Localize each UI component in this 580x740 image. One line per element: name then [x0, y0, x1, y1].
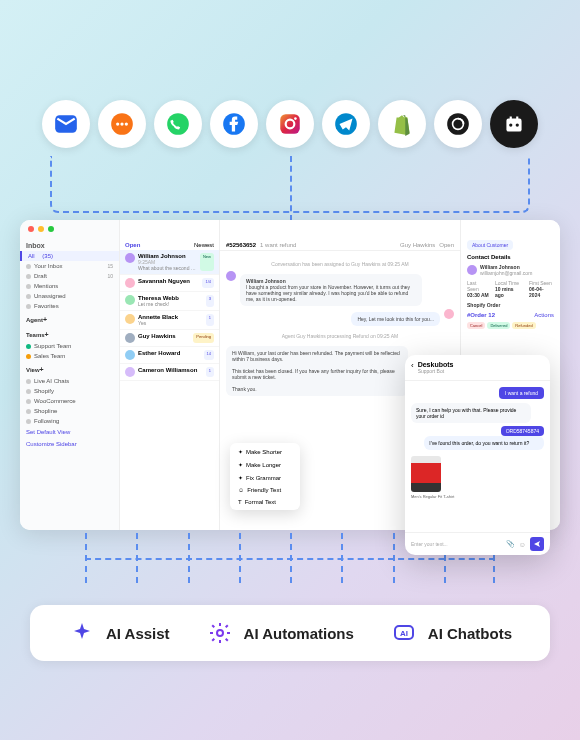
product-image — [411, 456, 441, 492]
feature-ai-assist: AI Assist — [68, 619, 170, 647]
order-actions[interactable]: Actions — [534, 312, 554, 318]
section-title: Contact Details — [467, 254, 554, 260]
state-dropdown[interactable]: Open — [439, 242, 454, 248]
conversation-item[interactable]: Esther Howard14 — [120, 347, 219, 364]
bot-message: I've found this order, do you want to re… — [424, 436, 544, 450]
sidebar-team-sales[interactable]: Sales Team — [20, 351, 119, 361]
avatar — [125, 314, 135, 324]
agent-note: Agent Guy Hawkins processing Refund on 0… — [226, 329, 454, 343]
whatsapp-icon — [154, 100, 202, 148]
svg-rect-13 — [506, 119, 521, 132]
top-connector — [50, 148, 530, 213]
chatbot-widget: ‹ Deskubots Support Bot I want a refund … — [405, 355, 550, 555]
customer-message: William Johnson I bought a product from … — [240, 274, 422, 306]
sidebar-view-shopify[interactable]: Shopify — [20, 386, 119, 396]
svg-point-14 — [509, 123, 512, 126]
avatar — [125, 367, 135, 377]
ticket-id: #52563652 — [226, 242, 256, 248]
sidebar-your-inbox[interactable]: Your Inbox15 — [20, 261, 119, 271]
sidebar-view-shopline[interactable]: Shopline — [20, 406, 119, 416]
facebook-icon — [210, 100, 258, 148]
sidebar-view-woo[interactable]: WooCommerce — [20, 396, 119, 406]
sidebar-unassigned[interactable]: Unassigned — [20, 291, 119, 301]
svg-rect-7 — [280, 114, 300, 134]
features-bar: AI Assist AI Automations AI AI Chatbots — [30, 605, 550, 661]
sidebar-view-ai[interactable]: Live AI Chats — [20, 376, 119, 386]
conversation-item[interactable]: Savannah Nguyen1/4 — [120, 275, 219, 292]
tag-cancel: Cancel — [467, 322, 485, 329]
about-customer-button[interactable]: About Customer — [467, 240, 513, 250]
svg-text:AI: AI — [400, 629, 408, 638]
agent-message: Hi William, your last order has been ref… — [226, 346, 408, 396]
conversation-item[interactable]: Annette BlackYes1 — [120, 311, 219, 330]
refund-cta[interactable]: I want a refund — [499, 387, 544, 399]
ai-make-longer[interactable]: ✦ Make Longer — [232, 458, 298, 471]
customize-sidebar[interactable]: Customize Sidebar — [20, 438, 119, 450]
set-default-view[interactable]: Set Default View — [20, 426, 119, 438]
sidebar-all[interactable]: All (35) — [20, 251, 119, 261]
ai-assist-menu: ✦ Make Shorter ✦ Make Longer ✦ Fix Gramm… — [230, 443, 300, 510]
back-icon[interactable]: ‹ — [411, 361, 414, 370]
assignee[interactable]: Guy Hawkins — [400, 242, 435, 248]
tab-open[interactable]: Open — [125, 242, 140, 248]
tag-refunded: Refunded — [512, 322, 535, 329]
email-icon — [42, 100, 90, 148]
avatar — [125, 350, 135, 360]
ai-friendly[interactable]: ☺ Friendly Text — [232, 484, 298, 496]
tag-delivered: Delivered — [487, 322, 510, 329]
channel-icons-row — [0, 0, 580, 148]
avatar — [125, 333, 135, 343]
gear-icon — [206, 619, 234, 647]
sidebar-view-following[interactable]: Following — [20, 416, 119, 426]
svg-point-4 — [125, 122, 128, 125]
feature-ai-automations: AI Automations — [206, 619, 354, 647]
chat-input[interactable]: Enter your text... — [411, 541, 502, 547]
agent-reply: Hey, Let me look into this for you... — [351, 312, 440, 326]
chatbot-header: ‹ Deskubots Support Bot — [405, 355, 550, 381]
send-button[interactable] — [530, 537, 544, 551]
sidebar-teams[interactable]: Teams+ — [20, 328, 119, 341]
order-id-chip: ORD58745874 — [501, 426, 544, 436]
svg-point-5 — [167, 113, 189, 135]
window-controls — [28, 226, 54, 232]
sms-icon — [98, 100, 146, 148]
ai-fix-grammar[interactable]: ✦ Fix Grammar — [232, 471, 298, 484]
chat-header: #52563652 1 want refund Guy Hawkins Open — [220, 240, 460, 251]
ai-formal[interactable]: T Formal Text — [232, 496, 298, 508]
sidebar: Inbox All (35) Your Inbox15 Draft10 Ment… — [20, 220, 120, 530]
conversation-item[interactable]: Theresa WebbLet me check!3 — [120, 292, 219, 311]
ai-make-shorter[interactable]: ✦ Make Shorter — [232, 445, 298, 458]
sidebar-mentions[interactable]: Mentions — [20, 281, 119, 291]
telegram-icon — [322, 100, 370, 148]
attach-icon[interactable]: 📎 — [506, 540, 515, 548]
sidebar-agent[interactable]: Agent+ — [20, 313, 119, 326]
sort-newest[interactable]: Newest — [194, 242, 214, 248]
conversation-item[interactable]: William Johnson9:25AMWhat about the seco… — [120, 250, 219, 275]
emoji-icon[interactable]: ☺ — [519, 541, 526, 548]
order-id[interactable]: #Order 12 — [467, 312, 495, 318]
shopify-section[interactable]: Shopify Order — [467, 302, 554, 308]
sidebar-draft[interactable]: Draft10 — [20, 271, 119, 281]
bot-message: Sure, I can help you with that. Please p… — [411, 403, 531, 423]
system-notice: Conversation has been assigned to Guy Ha… — [226, 257, 454, 271]
shopify-icon — [378, 100, 426, 148]
new-badge: New — [200, 253, 214, 271]
sidebar-view[interactable]: View+ — [20, 363, 119, 376]
chat-ai-icon: AI — [390, 619, 418, 647]
avatar — [125, 253, 135, 263]
svg-point-9 — [294, 117, 297, 120]
conversation-item[interactable]: Guy HawkinsPending — [120, 330, 219, 347]
app-icon — [434, 100, 482, 148]
svg-point-16 — [217, 630, 223, 636]
avatar — [444, 309, 454, 319]
avatar — [125, 278, 135, 288]
svg-point-15 — [516, 123, 519, 126]
conversation-item[interactable]: Cameron Williamson1 — [120, 364, 219, 381]
sidebar-title: Inbox — [20, 240, 119, 251]
instagram-icon — [266, 100, 314, 148]
avatar — [226, 271, 236, 281]
svg-point-2 — [116, 122, 119, 125]
sidebar-favorites[interactable]: Favorites — [20, 301, 119, 311]
product-card[interactable]: Men's Regular Fit T-shirt — [411, 456, 544, 499]
sidebar-team-support[interactable]: Support Team — [20, 341, 119, 351]
